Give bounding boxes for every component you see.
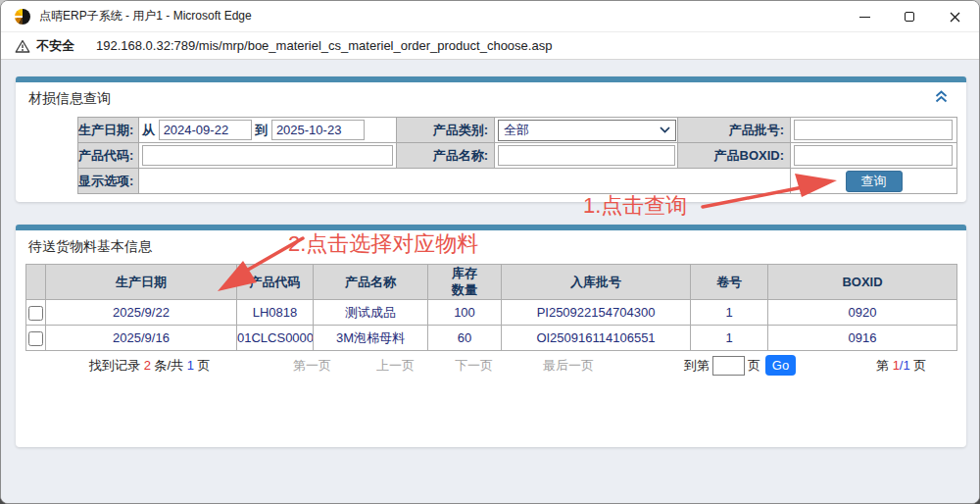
security-warning-icon[interactable] [15, 39, 30, 53]
minimize-icon [859, 17, 870, 18]
row-select-cell [26, 300, 46, 326]
to-label: 到 [255, 123, 268, 137]
pagination-bar: 找到记录 2 条/共 1 页 第一页 上一页 下一页 最后一页 到第 页 Go … [16, 352, 966, 378]
browser-window: 点晴ERP子系统 - 用户1 - Microsoft Edge 不安全 192.… [0, 0, 980, 504]
product-batch-cell [791, 118, 957, 143]
table-row[interactable]: 2025/9/22 LH0818 测试成品 100 PI250922154704… [26, 300, 957, 326]
query-panel-title: 材损信息查询 [28, 90, 111, 108]
date-to-input[interactable] [271, 120, 365, 140]
query-panel: 材损信息查询 生产日期: 从 到 产品 [16, 76, 966, 202]
cell-date: 2025/9/22 [46, 300, 237, 326]
product-name-input[interactable] [498, 145, 675, 166]
table-header-row: 生产日期 产品代码 产品名称 库存数量 入库批号 卷号 BOXID [26, 265, 957, 300]
column-header-date: 生产日期 [46, 265, 237, 300]
product-boxid-label: 产品BOXID: [678, 143, 791, 169]
product-boxid-cell [791, 143, 957, 169]
product-category-label: 产品类别: [397, 118, 495, 143]
cell-code: 01CLCS0000 [237, 326, 314, 351]
app-favicon-icon [15, 9, 30, 25]
current-page-text: 第 1/1 页 [876, 352, 926, 378]
cell-boxid: 0916 [768, 326, 957, 351]
maximize-button[interactable] [887, 1, 932, 32]
first-page-link[interactable]: 第一页 [293, 352, 331, 378]
table-row[interactable]: 2025/9/16 01CLCS0000 3M泡棉母料 60 OI2509161… [26, 326, 957, 351]
display-options-label: 显示选项: [78, 169, 139, 194]
date-from-input[interactable] [159, 120, 252, 140]
record-count-text: 找到记录 2 条/共 1 页 [89, 352, 211, 378]
materials-table: 生产日期 产品代码 产品名称 库存数量 入库批号 卷号 BOXID 2025/9… [25, 264, 957, 351]
annotation-step2: 2.点击选择对应物料 [288, 229, 478, 259]
row-select-cell [26, 326, 46, 351]
goto-page-group: 到第 页 Go [684, 352, 796, 378]
product-code-input[interactable] [142, 145, 393, 166]
product-name-cell [495, 143, 678, 169]
product-category-value: 全部 [504, 122, 529, 139]
product-boxid-input[interactable] [794, 145, 953, 166]
chevron-down-icon [660, 126, 670, 133]
total-pages: 1 [187, 358, 194, 373]
close-icon [950, 12, 960, 23]
select-column-header [26, 265, 46, 300]
url-text[interactable]: 192.168.0.32:789/mis/mrp/boe_materiel_cs… [96, 38, 552, 53]
column-header-boxid: BOXID [768, 265, 957, 300]
display-options-cell [139, 169, 791, 194]
cell-date: 2025/9/16 [46, 326, 237, 351]
production-date-label: 生产日期: [78, 118, 139, 143]
current-page: 1 [893, 358, 900, 373]
materials-panel: 待送货物料基本信息 生产日期 产品代码 产品名称 库存数量 入库批号 卷号 BO… [16, 225, 966, 447]
goto-page-input[interactable] [712, 356, 745, 376]
collapse-icon[interactable] [934, 90, 949, 103]
found-suffix: 页 [194, 358, 211, 373]
column-header-qty: 库存数量 [428, 265, 502, 300]
pages-total: 1 [903, 358, 909, 373]
goto-suffix: 页 [748, 352, 760, 378]
panel-accent-bar [16, 225, 966, 230]
security-warning-label[interactable]: 不安全 [36, 37, 74, 55]
row-checkbox[interactable] [28, 306, 43, 321]
column-header-code: 产品代码 [237, 265, 314, 300]
maximize-icon [905, 12, 914, 22]
address-bar: 不安全 192.168.0.32:789/mis/mrp/boe_materie… [1, 32, 979, 60]
found-mid: 条/共 [151, 358, 187, 373]
product-code-label: 产品代码: [78, 143, 139, 169]
last-page-link[interactable]: 最后一页 [543, 352, 594, 378]
cell-qty: 60 [428, 326, 502, 351]
cell-roll: 1 [691, 326, 768, 351]
product-batch-label: 产品批号: [678, 118, 791, 143]
production-date-cell: 从 到 [139, 118, 397, 143]
panel-accent-bar [16, 76, 966, 82]
cell-batch: PI250922154704300 [502, 300, 691, 326]
query-button-cell: 查询 [791, 169, 957, 194]
cell-roll: 1 [691, 300, 768, 326]
cell-batch: OI250916114106551 [502, 326, 691, 351]
window-controls [842, 1, 977, 32]
product-batch-input[interactable] [794, 120, 953, 140]
next-page-link[interactable]: 下一页 [455, 352, 493, 378]
from-label: 从 [142, 123, 155, 137]
page-content: 材损信息查询 生产日期: 从 到 产品 [1, 61, 979, 503]
product-category-select[interactable]: 全部 [498, 120, 676, 141]
close-button[interactable] [932, 1, 977, 32]
record-count: 2 [144, 358, 151, 373]
cell-name: 3M泡棉母料 [314, 326, 428, 351]
materials-panel-title: 待送货物料基本信息 [28, 238, 152, 256]
query-form-table: 生产日期: 从 到 产品类别: 全部 [77, 117, 957, 194]
prev-page-link[interactable]: 上一页 [376, 352, 415, 378]
column-header-qty-text: 库存数量 [450, 266, 479, 298]
column-header-roll: 卷号 [691, 265, 768, 300]
query-button[interactable]: 查询 [846, 171, 903, 192]
window-title: 点晴ERP子系统 - 用户1 - Microsoft Edge [39, 8, 252, 25]
annotation-step1: 1.点击查询 [583, 191, 687, 221]
column-header-batch: 入库批号 [502, 265, 691, 300]
minimize-button[interactable] [842, 1, 887, 32]
cell-boxid: 0920 [768, 300, 957, 326]
product-name-label: 产品名称: [397, 143, 495, 169]
product-category-cell: 全部 [495, 118, 678, 143]
product-code-cell [139, 143, 397, 169]
title-bar: 点晴ERP子系统 - 用户1 - Microsoft Edge [1, 1, 979, 32]
column-header-name: 产品名称 [314, 265, 428, 300]
row-checkbox[interactable] [28, 331, 43, 346]
cell-name: 测试成品 [314, 300, 428, 326]
go-button[interactable]: Go [765, 355, 796, 376]
found-prefix: 找到记录 [89, 358, 144, 373]
